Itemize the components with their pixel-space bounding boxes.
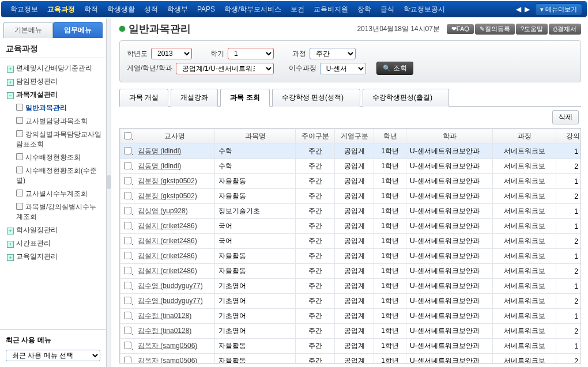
select-all-checkbox[interactable]	[124, 132, 131, 139]
column-header[interactable]: 교사명	[134, 129, 215, 144]
nav-next-icon[interactable]: ▶	[523, 5, 532, 13]
topnav-item[interactable]: PAPS	[193, 5, 220, 13]
topnav-item[interactable]: 교육비지원	[309, 5, 353, 14]
row-checkbox[interactable]	[124, 192, 131, 199]
topnav-item[interactable]: 성적	[140, 5, 163, 14]
tree-node[interactable]: +시간표관리	[2, 237, 104, 250]
tree-node[interactable]: +학사일정관리	[2, 224, 104, 237]
content-tab[interactable]: 수강학생편성(출결)	[363, 89, 449, 107]
teacher-link[interactable]: 김분정 (gkstp0502)	[138, 177, 197, 185]
content-tab[interactable]: 과목 개설	[119, 89, 168, 107]
topnav-item[interactable]: 학생/학부모서비스	[220, 5, 286, 14]
teacher-link[interactable]: 김동명 (idindi)	[138, 162, 181, 170]
column-header[interactable]: 학년	[374, 129, 406, 144]
table-row[interactable]: 김수정 (tina0128)기초영어주간공업계1학년U-센서네트워크보안과서네트…	[120, 324, 582, 339]
topnav-item[interactable]: 교육과정	[43, 5, 80, 14]
content-tab[interactable]: 과목 조회	[220, 89, 269, 107]
tree-node[interactable]: 교사별시수누계조회	[2, 187, 104, 200]
header-action-button[interactable]: ?도움말	[516, 24, 548, 35]
topnav-item[interactable]: 학적	[80, 5, 103, 14]
header-action-button[interactable]: ❤FAQ	[447, 24, 474, 34]
tree-node[interactable]: 일반과목관리	[2, 101, 104, 115]
tree-node[interactable]: 시수배정현황조회(수준별)	[2, 164, 104, 187]
content-tab[interactable]: 개설강좌	[171, 89, 218, 107]
teacher-link[interactable]: 김동명 (idindi)	[138, 147, 181, 155]
row-checkbox[interactable]	[124, 162, 131, 169]
row-checkbox[interactable]	[124, 207, 131, 214]
semester-select[interactable]: 1	[228, 48, 274, 59]
table-row[interactable]: 김설지 (criket2486)자율활동주간공업계1학년U-센서네트워크보안과서…	[120, 249, 582, 264]
tree-node[interactable]: 교사별담당과목조회	[2, 115, 104, 128]
column-header[interactable]: 학과	[406, 129, 493, 144]
tree-node[interactable]: 과목별/강의실별시수누계조회	[2, 200, 104, 224]
row-checkbox[interactable]	[124, 282, 131, 289]
group-select[interactable]: 공업계/1/U-센서네트워크보	[176, 63, 274, 74]
year-select[interactable]: 2013	[151, 48, 192, 59]
topnav-item[interactable]: 학생부	[163, 5, 193, 14]
table-row[interactable]: 김동명 (idindi)수학주간공업계1학년U-센서네트워크보안과서네트워크보2	[120, 159, 582, 174]
table-row[interactable]: 김수영 (buddyguy77)기초영어주간공업계1학년U-센서네트워크보안과서…	[120, 279, 582, 294]
table-row[interactable]: 김동명 (idindi)수학주간공업계1학년U-센서네트워크보안과서네트워크보1	[120, 144, 582, 159]
delete-button[interactable]: 삭제	[552, 110, 579, 124]
nav-more-button[interactable]: ▾ 메뉴더보기	[535, 3, 582, 16]
query-button[interactable]: 조회	[376, 62, 413, 75]
table-row[interactable]: 김분정 (gkstp0502)자율활동주간공업계1학년U-센서네트워크보안과서네…	[120, 174, 582, 189]
tree-node[interactable]: +편제및시간배당기준관리	[2, 62, 104, 75]
tree-node[interactable]: 시수배정현황조회	[2, 151, 104, 164]
row-checkbox[interactable]	[124, 147, 131, 154]
table-row[interactable]: 김설지 (criket2486)국어주간공업계1학년U-센서네트워크보안과서네트…	[120, 234, 582, 249]
tree-node[interactable]: 강의실별과목담당교사일람표조회	[2, 128, 104, 151]
recent-menu-select[interactable]: 최근 사용 메뉴 선택	[6, 350, 100, 361]
teacher-link[interactable]: 김설지 (criket2486)	[138, 237, 197, 245]
teacher-link[interactable]: 김수영 (buddyguy77)	[138, 297, 203, 305]
sidebar-tab[interactable]: 업무메뉴	[53, 22, 103, 38]
row-checkbox[interactable]	[124, 222, 131, 229]
teacher-link[interactable]: 김수영 (buddyguy77)	[138, 282, 203, 290]
grid-wrap[interactable]: 교사명과목명주야구분계열구분학년학과과정강의실 김동명 (idindi)수학주간…	[119, 128, 581, 364]
column-header[interactable]: 계열구분	[335, 129, 374, 144]
topnav-item[interactable]: 학생생활	[103, 5, 140, 14]
column-header[interactable]: 주야구분	[296, 129, 335, 144]
teacher-link[interactable]: 김수정 (tina0128)	[138, 327, 191, 335]
row-checkbox[interactable]	[124, 312, 131, 319]
topnav-item[interactable]: 급식	[376, 5, 399, 14]
teacher-link[interactable]: 김옥자 (samg0506)	[138, 342, 197, 350]
row-checkbox[interactable]	[124, 327, 131, 334]
row-checkbox[interactable]	[124, 177, 131, 184]
row-checkbox[interactable]	[124, 342, 131, 349]
table-row[interactable]: 김상엽 (yup928)정보기술기초주간공업계1학년U-센서네트워크보안과서네트…	[120, 204, 582, 219]
sidebar-tab[interactable]: 기본메뉴	[3, 22, 53, 38]
content-tab[interactable]: 수강학생 편성(성적)	[272, 89, 360, 107]
teacher-link[interactable]: 김옥자 (samg0506)	[138, 357, 197, 364]
table-row[interactable]: 김옥자 (samg0506)자율활동주간공업계1학년U-센서네트워크보안과서네트…	[120, 339, 582, 354]
splitter[interactable]	[107, 18, 111, 367]
teacher-link[interactable]: 김수정 (tina0128)	[138, 312, 191, 320]
course-select[interactable]: 주간	[310, 48, 356, 59]
row-checkbox[interactable]	[124, 252, 131, 259]
row-checkbox[interactable]	[124, 267, 131, 274]
topnav-item[interactable]: 학교정보공시	[399, 5, 450, 14]
table-row[interactable]: 김옥자 (samg0506)자율활동주간공업계1학년U-센서네트워크보안과서네트…	[120, 354, 582, 364]
tree-node[interactable]: +교육일지관리	[2, 250, 104, 263]
column-header[interactable]: 강의실	[556, 129, 582, 144]
row-checkbox[interactable]	[124, 297, 131, 304]
isu-select[interactable]: U-센서네	[320, 63, 366, 74]
header-action-button[interactable]: ✎질의등록	[475, 24, 515, 35]
tree-node[interactable]: –과목개설관리	[2, 88, 104, 101]
tree-node[interactable]: +담임편성관리	[2, 75, 104, 88]
nav-prev-icon[interactable]: ◀	[514, 5, 523, 13]
column-header[interactable]: 과목명	[215, 129, 296, 144]
table-row[interactable]: 김설지 (criket2486)자율활동주간공업계1학년U-센서네트워크보안과서…	[120, 264, 582, 279]
teacher-link[interactable]: 김설지 (criket2486)	[138, 267, 197, 275]
teacher-link[interactable]: 김분정 (gkstp0502)	[138, 192, 197, 200]
column-header[interactable]: 과정	[493, 129, 556, 144]
topnav-item[interactable]: 학교정보	[6, 5, 43, 14]
teacher-link[interactable]: 김설지 (criket2486)	[138, 252, 197, 260]
teacher-link[interactable]: 김상엽 (yup928)	[138, 207, 188, 215]
table-row[interactable]: 김수영 (buddyguy77)기초영어주간공업계1학년U-센서네트워크보안과서…	[120, 294, 582, 309]
topnav-item[interactable]: 장학	[353, 5, 376, 14]
header-action-button[interactable]: ⎙결재서	[549, 24, 581, 35]
row-checkbox[interactable]	[124, 237, 131, 244]
table-row[interactable]: 김설지 (criket2486)국어주간공업계1학년U-센서네트워크보안과서네트…	[120, 219, 582, 234]
topnav-item[interactable]: 보건	[286, 5, 309, 14]
